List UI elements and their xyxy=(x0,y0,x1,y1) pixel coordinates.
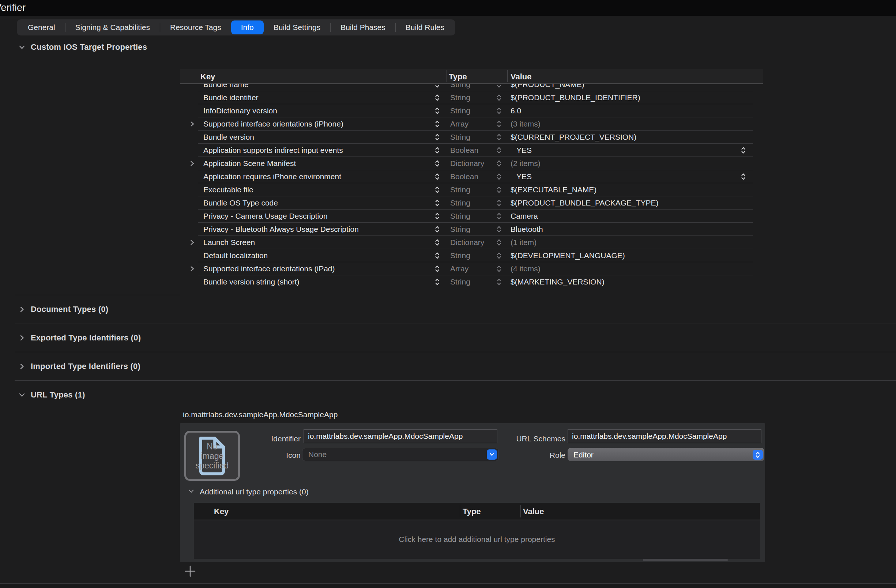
key-stepper-icon[interactable] xyxy=(433,157,442,170)
property-value-cell[interactable]: YES xyxy=(517,170,743,183)
tab-general[interactable]: General xyxy=(18,20,65,34)
column-divider[interactable] xyxy=(446,70,447,82)
type-stepper-icon[interactable] xyxy=(495,262,503,275)
section-url-types[interactable]: URL Types (1) xyxy=(18,390,85,400)
property-type-cell[interactable]: String xyxy=(450,131,491,144)
additional-url-type-properties-disclosure[interactable]: Additional url type properties (0) xyxy=(188,487,309,496)
column-divider[interactable] xyxy=(507,70,507,82)
key-stepper-icon[interactable] xyxy=(433,131,442,144)
type-stepper-icon[interactable] xyxy=(495,236,503,249)
property-key-cell[interactable]: Default localization xyxy=(203,249,423,262)
property-type-cell[interactable]: Array xyxy=(450,262,491,275)
property-type-cell[interactable]: Boolean xyxy=(450,144,491,157)
property-value-cell[interactable]: $(MARKETING_VERSION) xyxy=(510,275,737,288)
type-stepper-icon[interactable] xyxy=(495,223,503,236)
chevron-down-icon[interactable] xyxy=(18,44,26,51)
icon-combo-box[interactable]: None xyxy=(302,448,499,461)
type-stepper-icon[interactable] xyxy=(495,131,503,144)
property-type-cell[interactable]: Dictionary xyxy=(450,157,491,170)
type-stepper-icon[interactable] xyxy=(495,197,503,210)
property-type-cell[interactable]: String xyxy=(450,104,491,117)
horizontal-scrollbar-thumb[interactable] xyxy=(643,559,728,561)
key-stepper-icon[interactable] xyxy=(433,223,442,236)
key-stepper-icon[interactable] xyxy=(433,210,442,223)
chevron-right-icon[interactable] xyxy=(18,363,26,370)
tab-build-settings[interactable]: Build Settings xyxy=(264,20,330,34)
key-stepper-icon[interactable] xyxy=(433,197,442,210)
chevron-down-icon[interactable] xyxy=(18,391,26,399)
tab-info[interactable]: Info xyxy=(231,20,264,34)
property-type-cell[interactable]: String xyxy=(450,223,491,236)
property-key-cell[interactable]: Privacy - Bluetooth Always Usage Descrip… xyxy=(203,223,423,236)
key-stepper-icon[interactable] xyxy=(433,236,442,249)
type-stepper-icon[interactable] xyxy=(495,84,503,91)
property-type-cell[interactable]: String xyxy=(450,183,491,197)
type-stepper-icon[interactable] xyxy=(495,157,503,170)
section-imported-type-identifiers[interactable]: Imported Type Identifiers (0) xyxy=(18,362,140,371)
disclosure-triangle-icon[interactable] xyxy=(188,157,196,170)
key-stepper-icon[interactable] xyxy=(433,183,442,197)
property-key-cell[interactable]: Bundle version xyxy=(203,131,423,144)
property-value-cell[interactable]: $(CURRENT_PROJECT_VERSION) xyxy=(510,131,737,144)
value-stepper-icon[interactable] xyxy=(739,170,748,183)
key-stepper-icon[interactable] xyxy=(433,249,442,262)
property-key-cell[interactable]: Bundle identifier xyxy=(203,91,423,104)
tab-resource-tags[interactable]: Resource Tags xyxy=(160,20,231,34)
key-stepper-icon[interactable] xyxy=(433,117,442,131)
url-schemes-field[interactable]: io.mattrlabs.dev.sampleApp.MdocSampleApp xyxy=(568,429,762,443)
column-header-key[interactable]: Key xyxy=(200,72,215,82)
disclosure-triangle-icon[interactable] xyxy=(188,117,196,131)
disclosure-triangle-icon[interactable] xyxy=(188,262,196,275)
property-key-cell[interactable]: Supported interface orientations (iPad) xyxy=(203,262,423,275)
type-stepper-icon[interactable] xyxy=(495,117,503,131)
combo-dropdown-button[interactable] xyxy=(487,449,497,460)
add-properties-hint[interactable]: Click here to add additional url type pr… xyxy=(399,535,555,544)
key-stepper-icon[interactable] xyxy=(433,104,442,117)
property-value-cell[interactable]: (2 items) xyxy=(510,157,737,170)
property-value-cell[interactable]: $(PRODUCT_BUNDLE_IDENTIFIER) xyxy=(510,91,737,104)
key-stepper-icon[interactable] xyxy=(433,91,442,104)
property-value-cell[interactable]: (1 item) xyxy=(510,236,737,249)
property-type-cell[interactable]: Dictionary xyxy=(450,236,491,249)
key-stepper-icon[interactable] xyxy=(433,84,442,91)
type-stepper-icon[interactable] xyxy=(495,144,503,157)
key-stepper-icon[interactable] xyxy=(433,170,442,183)
role-popup-button[interactable]: Editor xyxy=(568,448,764,461)
property-key-cell[interactable]: Application supports indirect input even… xyxy=(203,144,423,157)
column-divider[interactable] xyxy=(460,505,460,518)
column-header-type[interactable]: Type xyxy=(463,507,481,516)
property-key-cell[interactable]: Application Scene Manifest xyxy=(203,157,423,170)
chevron-right-icon[interactable] xyxy=(18,306,26,313)
property-type-cell[interactable]: Array xyxy=(450,117,491,131)
type-stepper-icon[interactable] xyxy=(495,170,503,183)
section-document-types[interactable]: Document Types (0) xyxy=(18,305,108,314)
url-type-image-well[interactable]: Noimagespecified xyxy=(184,431,240,481)
property-key-cell[interactable]: Bundle OS Type code xyxy=(203,197,423,210)
property-type-cell[interactable]: String xyxy=(450,210,491,223)
tab-build-phases[interactable]: Build Phases xyxy=(331,20,395,34)
column-header-key[interactable]: Key xyxy=(214,507,229,516)
section-exported-type-identifiers[interactable]: Exported Type Identifiers (0) xyxy=(18,333,141,343)
property-key-cell[interactable]: Application requires iPhone environment xyxy=(203,170,423,183)
property-value-cell[interactable]: (4 items) xyxy=(510,262,737,275)
property-key-cell[interactable]: InfoDictionary version xyxy=(203,104,423,117)
property-key-cell[interactable]: Bundle name xyxy=(203,84,423,91)
property-value-cell[interactable]: (3 items) xyxy=(510,117,737,131)
column-divider[interactable] xyxy=(520,505,521,518)
property-key-cell[interactable]: Launch Screen xyxy=(203,236,423,249)
additional-properties-empty-area[interactable]: Click here to add additional url type pr… xyxy=(194,520,760,558)
property-key-cell[interactable]: Privacy - Camera Usage Description xyxy=(203,210,423,223)
property-value-cell[interactable]: Camera xyxy=(510,210,737,223)
key-stepper-icon[interactable] xyxy=(433,275,442,288)
tab-build-rules[interactable]: Build Rules xyxy=(396,20,454,34)
property-value-cell[interactable]: 6.0 xyxy=(510,104,737,117)
property-key-cell[interactable]: Supported interface orientations (iPhone… xyxy=(203,117,423,131)
chevron-right-icon[interactable] xyxy=(18,334,26,341)
type-stepper-icon[interactable] xyxy=(495,249,503,262)
property-key-cell[interactable]: Bundle version string (short) xyxy=(203,275,423,288)
column-header-value[interactable]: Value xyxy=(523,507,544,516)
identifier-field[interactable]: io.mattrlabs.dev.sampleApp.MdocSampleApp xyxy=(303,429,497,443)
property-value-cell[interactable]: $(PRODUCT_BUNDLE_PACKAGE_TYPE) xyxy=(510,197,737,210)
key-stepper-icon[interactable] xyxy=(433,262,442,275)
type-stepper-icon[interactable] xyxy=(495,183,503,197)
